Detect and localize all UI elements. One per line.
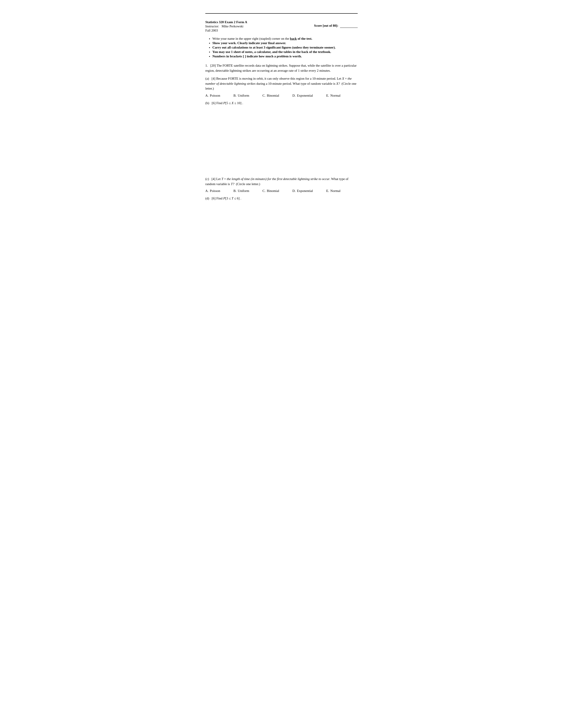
choice-c2-a-poisson: A. Poisson xyxy=(205,189,220,193)
instructions-section: Write your name in the upper right (stap… xyxy=(205,37,358,58)
choice-a-letter: A. xyxy=(205,94,209,98)
choice-b-label: Uniform xyxy=(238,94,249,98)
choice-c2-a-label: Poisson xyxy=(210,189,220,193)
choice-c-letter: C. xyxy=(262,94,265,98)
instruction-item-5: Numbers in brackets [ ] indicate how muc… xyxy=(212,54,358,58)
q1d-workspace xyxy=(205,204,358,252)
instruction-item-1: Write your name in the upper right (stap… xyxy=(212,37,358,41)
top-rule xyxy=(205,13,358,14)
exam-title: Statistics 320 Exam 2 Form A xyxy=(205,20,282,24)
semester-line: Fall 2003 xyxy=(205,29,282,32)
choice-e-label: Normal xyxy=(330,94,341,98)
score-blank xyxy=(340,24,358,28)
instructor-name: Mike Perkowski xyxy=(222,24,243,28)
choice-c2-c-letter: C. xyxy=(262,189,265,193)
choice-c2-a-letter: A. xyxy=(205,189,209,193)
score-label: Score [out of 80]: xyxy=(314,24,338,27)
choice-c2-c-label: Binomial xyxy=(267,189,279,193)
choice-c2-e-normal: E. Normal xyxy=(326,189,341,193)
q1b-label: (b) [6] xyxy=(205,101,215,105)
q1a-choices: A. Poisson B. Uniform C. Binomial D. Exp… xyxy=(205,94,358,98)
choice-c2-d-letter: D. xyxy=(292,189,296,193)
choice-c2-e-label: Normal xyxy=(330,189,341,193)
question-1c: (c) [4] Let T = the length of time (in m… xyxy=(205,176,358,186)
choice-d-letter: D. xyxy=(292,94,296,98)
q1c-label: (c) [4] xyxy=(205,177,215,181)
choice-d-label: Exponential xyxy=(297,94,313,98)
question-1b: (b) [6] Find P[5 ≤ X ≤ 10] . xyxy=(205,101,358,106)
choice-c-binomial: C. Binomial xyxy=(262,94,279,98)
q1b-workspace xyxy=(205,108,358,174)
choice-e-letter: E. xyxy=(326,94,329,98)
instruction-item-2: Show your work. Clearly indicate your fi… xyxy=(212,41,358,45)
choice-c2-d-exponential: D. Exponential xyxy=(292,189,313,193)
instruction-item-3: Carry out all calculations to at least 3… xyxy=(212,46,358,49)
choice-b-uniform: B. Uniform xyxy=(233,94,249,98)
q1c-choices: A. Poisson B. Uniform C. Binomial D. Exp… xyxy=(205,189,358,193)
header-left: Statistics 320 Exam 2 Form A Instructor:… xyxy=(205,20,282,32)
q1a-label: (a) [4] xyxy=(205,77,215,80)
choice-e-normal: E. Normal xyxy=(326,94,341,98)
choice-c2-e-letter: E. xyxy=(326,189,329,193)
choice-c2-b-uniform: B. Uniform xyxy=(233,189,249,193)
question-section: 1. [20] The FORTE satellite records data… xyxy=(205,63,358,252)
exam-page: Statistics 320 Exam 2 Form A Instructor:… xyxy=(188,0,375,268)
choice-d-exponential: D. Exponential xyxy=(292,94,313,98)
header-section: Statistics 320 Exam 2 Form A Instructor:… xyxy=(205,20,358,32)
choice-c2-b-letter: B. xyxy=(233,189,236,193)
choice-c2-c-binomial: C. Binomial xyxy=(262,189,279,193)
question-1-main: 1. [20] The FORTE satellite records data… xyxy=(205,63,358,73)
instruction-item-4: You may use 1 sheet of notes, a calculat… xyxy=(212,50,358,54)
q1-number: 1. xyxy=(205,64,210,67)
q1-points: [20] xyxy=(210,64,216,67)
question-1d: (d) [6] Find P[3 ≤ T ≤ 6] . xyxy=(205,196,358,201)
choice-a-poisson: A. Poisson xyxy=(205,94,220,98)
header-right: Score [out of 80]: xyxy=(282,20,358,28)
choice-b-letter: B. xyxy=(233,94,236,98)
choice-c2-b-label: Uniform xyxy=(238,189,249,193)
choice-c-label: Binomial xyxy=(267,94,279,98)
q1d-label: (d) [6] xyxy=(205,197,215,200)
instructor-label: Instructor: xyxy=(205,24,219,28)
choice-a-label: Poisson xyxy=(210,94,220,98)
choice-c2-d-label: Exponential xyxy=(297,189,313,193)
question-1a: (a) [4] Because FORTE is moving in orbit… xyxy=(205,76,358,91)
instructor-line: Instructor: Mike Perkowski xyxy=(205,24,282,28)
instructions-list: Write your name in the upper right (stap… xyxy=(205,37,358,58)
